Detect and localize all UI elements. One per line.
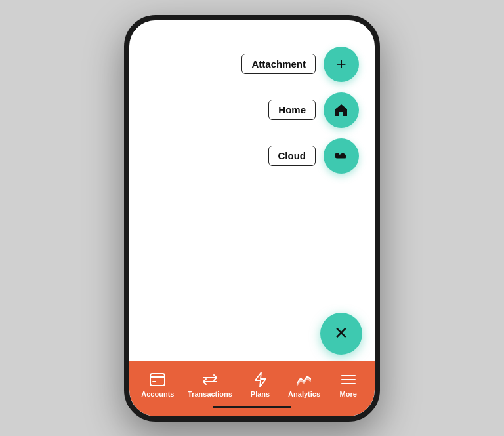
more-icon <box>341 372 356 387</box>
nav-label-more: More <box>340 390 357 398</box>
fab-btn-attachment[interactable]: + <box>324 47 359 82</box>
close-icon: ✕ <box>334 323 348 344</box>
svg-rect-1 <box>150 376 165 378</box>
fab-menu: Attachment + Home Cloud <box>242 47 359 174</box>
nav-item-transactions[interactable]: Transactions <box>182 369 238 401</box>
fab-item-home[interactable]: Home <box>268 92 359 128</box>
nav-label-analytics: Analytics <box>288 390 320 398</box>
fab-item-cloud[interactable]: Cloud <box>268 138 360 174</box>
analytics-icon <box>296 372 313 387</box>
plus-icon: + <box>336 54 346 74</box>
cloud-icon <box>333 148 349 164</box>
nav-item-more[interactable]: More <box>329 369 368 401</box>
svg-rect-0 <box>150 374 165 386</box>
nav-label-transactions: Transactions <box>188 390 232 398</box>
nav-item-accounts[interactable]: Accounts <box>136 369 179 401</box>
svg-rect-2 <box>152 381 156 382</box>
nav-label-accounts: Accounts <box>141 390 174 398</box>
nav-items: Accounts Transactions <box>129 369 375 401</box>
plans-icon <box>255 372 266 387</box>
phone-screen: Attachment + Home Cloud <box>129 20 375 416</box>
fab-item-attachment[interactable]: Attachment + <box>242 47 359 82</box>
fab-close-button[interactable]: ✕ <box>320 313 362 355</box>
fab-label-attachment: Attachment <box>242 54 316 74</box>
nav-item-plans[interactable]: Plans <box>241 369 280 401</box>
nav-label-plans: Plans <box>251 390 270 398</box>
fab-label-home: Home <box>268 100 316 120</box>
fab-close-row: ✕ <box>320 313 362 355</box>
transactions-icon <box>202 372 218 387</box>
accounts-icon <box>150 372 165 387</box>
home-icon <box>333 102 349 118</box>
nav-item-analytics[interactable]: Analytics <box>283 369 326 401</box>
home-indicator <box>213 406 291 408</box>
fab-btn-cloud[interactable] <box>324 138 359 174</box>
fab-label-cloud: Cloud <box>268 146 316 166</box>
phone-frame: Attachment + Home Cloud <box>124 15 380 422</box>
main-content: Attachment + Home Cloud <box>129 20 375 361</box>
bottom-nav: Accounts Transactions <box>129 361 375 416</box>
fab-btn-home[interactable] <box>324 92 359 128</box>
